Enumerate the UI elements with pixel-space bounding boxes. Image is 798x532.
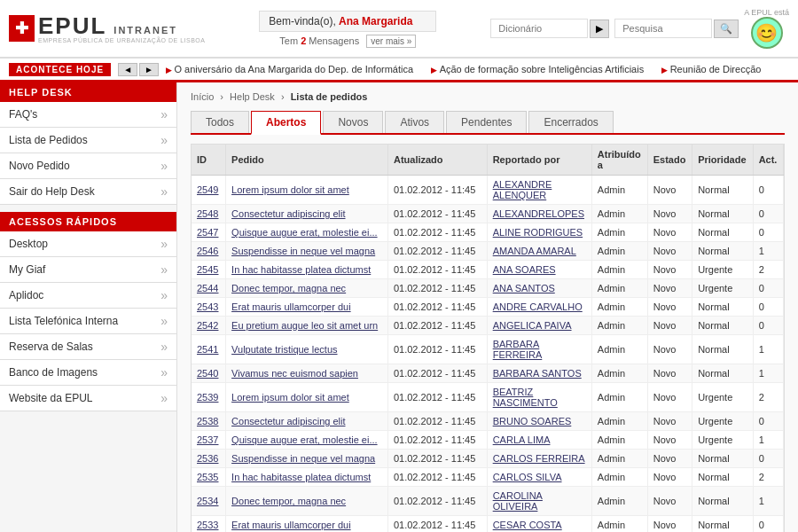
- pedido-title-link[interactable]: Suspendisse in neque vel magna: [231, 246, 375, 256]
- sidebar-novo-pedido-label: Novo Pedido: [9, 160, 70, 172]
- reportado-link[interactable]: ANA SANTOS: [493, 283, 555, 293]
- cell-id: 2535: [192, 468, 226, 487]
- logo-epul: EPUL: [38, 14, 106, 37]
- cell-reportado: CARLOS SILVA: [487, 468, 591, 487]
- reportado-link[interactable]: CARLA LIMA: [493, 434, 551, 445]
- sidebar-item-mygiaf[interactable]: My Giaf »: [0, 257, 176, 283]
- tab-encerrados[interactable]: Encerrados: [528, 111, 613, 133]
- pedido-title-link[interactable]: Quisque augue erat, molestie ei...: [231, 434, 377, 445]
- sidebar-item-lista-pedidos[interactable]: Lista de Pedidos »: [0, 128, 176, 153]
- pedido-link[interactable]: 2546: [197, 246, 218, 256]
- pedido-link[interactable]: 2536: [197, 453, 218, 464]
- pedido-link[interactable]: 2534: [197, 496, 218, 506]
- table-row: 2540 Vivamus nec euismod sapien 01.02.20…: [192, 364, 784, 383]
- ticker-next-button[interactable]: ►: [139, 63, 159, 76]
- pedido-title-link[interactable]: Donec tempor, magna nec: [231, 283, 346, 293]
- messages-link[interactable]: ver mais »: [366, 35, 416, 48]
- header: ✚ EPUL INTRANET EMPRESA PÚBLICA DE URBAN…: [0, 0, 798, 58]
- sidebar-lista-tel-label: Lista Telefónica Interna: [9, 315, 118, 327]
- reportado-link[interactable]: BARBARA FERREIRA: [493, 339, 543, 360]
- tab-pendentes[interactable]: Pendentes: [446, 111, 527, 133]
- sidebar-item-lista-tel[interactable]: Lista Telefónica Interna »: [0, 309, 176, 334]
- reportado-link[interactable]: ANGELICA PAIVA: [493, 320, 572, 331]
- pedido-link[interactable]: 2548: [197, 208, 218, 219]
- reportado-link[interactable]: ALINE RODRIGUES: [493, 227, 583, 238]
- search-input[interactable]: [614, 19, 712, 38]
- pedido-title-link[interactable]: Lorem ipsum dolor sit amet: [231, 392, 349, 403]
- pedido-title-link[interactable]: Donec tempor, magna nec: [231, 496, 346, 506]
- dict-button[interactable]: ▶: [590, 20, 609, 38]
- cell-atribuido: Admin: [591, 487, 647, 516]
- pedido-title-link[interactable]: Vivamus nec euismod sapien: [231, 368, 358, 379]
- pedido-title-link[interactable]: In hac habitasse platea dictumst: [231, 472, 371, 482]
- pedido-link[interactable]: 2537: [197, 434, 218, 445]
- chevron-right-icon: »: [160, 159, 168, 173]
- pedido-link[interactable]: 2543: [197, 301, 218, 312]
- pedido-link[interactable]: 2538: [197, 416, 218, 426]
- pedido-link[interactable]: 2542: [197, 320, 218, 331]
- tab-todos[interactable]: Todos: [191, 111, 249, 133]
- cell-atribuido: Admin: [591, 431, 647, 450]
- pedido-link[interactable]: 2540: [197, 368, 218, 379]
- reportado-link[interactable]: BEATRIZ NASCIMENTO: [493, 387, 558, 408]
- pedido-link[interactable]: 2549: [197, 184, 218, 195]
- cell-prioridade: Normal: [692, 205, 753, 223]
- cell-atualizado: 01.02.2012 - 11:45: [387, 242, 487, 261]
- chevron-right-icon: »: [160, 340, 168, 354]
- reportado-link[interactable]: CESAR COSTA: [493, 520, 562, 530]
- pedido-title-link[interactable]: Erat mauris ullamcorper dui: [231, 520, 351, 530]
- pedido-link[interactable]: 2539: [197, 392, 218, 403]
- pedido-title-link[interactable]: Quisque augue erat, molestie ei...: [231, 227, 377, 238]
- sidebar-item-aplidoc[interactable]: Aplidoc »: [0, 283, 176, 309]
- reportado-link[interactable]: AMANDA AMARAL: [493, 246, 576, 256]
- sidebar-item-faqs[interactable]: FAQ's »: [0, 102, 176, 128]
- pedido-title-link[interactable]: Erat mauris ullamcorper dui: [231, 301, 351, 312]
- sidebar-item-banco-imagens[interactable]: Banco de Imagens »: [0, 360, 176, 386]
- pedido-link[interactable]: 2547: [197, 227, 218, 238]
- cell-reportado: CARLA LIMA: [487, 431, 591, 450]
- th-estado: Estado: [647, 145, 692, 176]
- sidebar-mygiaf-label: My Giaf: [9, 263, 45, 276]
- reportado-link[interactable]: ANA SOARES: [493, 264, 556, 275]
- sidebar-item-desktop[interactable]: Desktop »: [0, 231, 176, 257]
- helpdesk-section-title: HELP DESK: [0, 82, 176, 102]
- sidebar-item-novo-pedido[interactable]: Novo Pedido »: [0, 153, 176, 179]
- ticker-prev-button[interactable]: ◄: [118, 63, 137, 76]
- pedido-title-link[interactable]: Vulputate tristique lectus: [231, 344, 337, 355]
- breadcrumb-helpdesk[interactable]: Help Desk: [230, 91, 275, 102]
- tab-ativos[interactable]: Ativos: [385, 111, 444, 133]
- cell-prioridade: Normal: [692, 223, 753, 242]
- logo-cross: ✚: [9, 15, 35, 42]
- reportado-link[interactable]: ALEXANDRELOPES: [493, 208, 584, 219]
- reportado-link[interactable]: BRUNO SOARES: [493, 416, 572, 426]
- tab-novos[interactable]: Novos: [323, 111, 383, 133]
- pedido-link[interactable]: 2535: [197, 472, 218, 482]
- sidebar-item-reserva-salas[interactable]: Reserva de Salas »: [0, 334, 176, 360]
- pedido-title-link[interactable]: In hac habitasse platea dictumst: [231, 264, 371, 275]
- reportado-link[interactable]: CARLOS SILVA: [493, 472, 562, 482]
- pedido-title-link[interactable]: Eu pretium augue leo sit amet urn: [231, 320, 378, 331]
- sidebar-item-sair[interactable]: Sair do Help Desk »: [0, 179, 176, 205]
- tab-abertos[interactable]: Abertos: [251, 111, 321, 135]
- reportado-link[interactable]: ALEXANDRE ALENQUER: [493, 179, 552, 200]
- pedido-link[interactable]: 2544: [197, 283, 218, 293]
- cell-atribuido: Admin: [591, 261, 647, 279]
- reportado-link[interactable]: CAROLINA OLIVEIRA: [493, 490, 543, 512]
- breadcrumb-home[interactable]: Início: [191, 91, 214, 102]
- pedido-title-link[interactable]: Lorem ipsum dolor sit amet: [231, 184, 349, 195]
- reportado-link[interactable]: ANDRE CARVALHO: [493, 301, 583, 312]
- pedido-link[interactable]: 2545: [197, 264, 218, 275]
- dict-input[interactable]: [490, 19, 588, 38]
- reportado-link[interactable]: CARLOS FERREIRA: [493, 453, 585, 464]
- search-button[interactable]: 🔍: [714, 20, 739, 38]
- cell-act: 2: [753, 261, 783, 279]
- reportado-link[interactable]: BARBARA SANTOS: [493, 368, 582, 379]
- pedido-title-link[interactable]: Consectetur adipiscing elit: [231, 416, 345, 426]
- sidebar-item-website[interactable]: Website da EPUL »: [0, 386, 176, 411]
- pedido-link[interactable]: 2541: [197, 344, 218, 355]
- pedido-title-link[interactable]: Consectetur adipiscing elit: [231, 208, 345, 219]
- pedido-title-link[interactable]: Suspendisse in neque vel magna: [231, 453, 375, 464]
- cell-estado: Novo: [647, 261, 692, 279]
- th-reportado: Reportado por: [487, 145, 591, 176]
- pedido-link[interactable]: 2533: [197, 520, 218, 530]
